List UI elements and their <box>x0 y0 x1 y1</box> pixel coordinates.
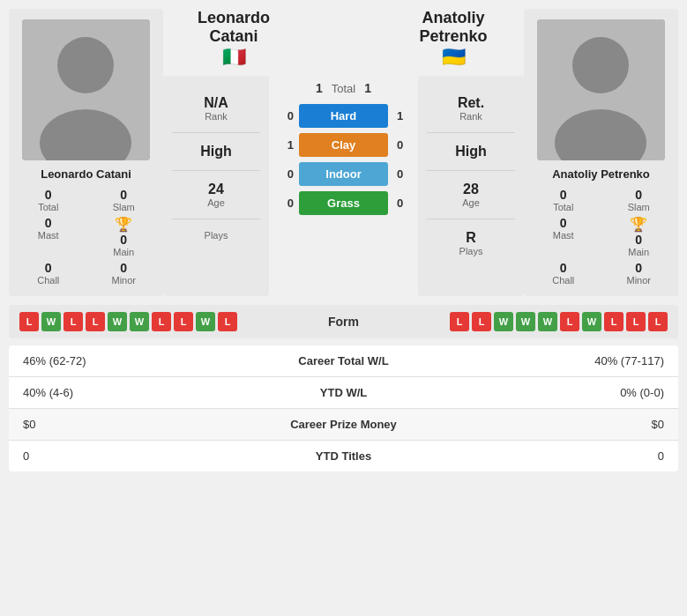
form-badge: L <box>218 312 237 331</box>
prize-row: $0 Career Prize Money $0 <box>9 409 678 441</box>
trophy1-icon: 🏆 <box>115 216 132 233</box>
player2-slam: 0 Slam <box>607 188 672 212</box>
titles-label: YTD Titles <box>236 449 450 463</box>
hard-button[interactable]: Hard <box>299 104 388 128</box>
ytd-wl-row: 40% (4-6) YTD W/L 0% (0-0) <box>9 377 678 409</box>
player2-trophy: 🏆 0 Main <box>607 216 672 257</box>
player2-name-top: Anatoliy Petrenko 🇺🇦 <box>392 9 515 69</box>
hard-row: 0 Hard 1 <box>276 104 411 128</box>
player2-age-box: 28 Age <box>427 171 515 219</box>
ytd-label: YTD W/L <box>236 386 450 399</box>
player1-age-box: 24 Age <box>172 171 260 219</box>
form-badge: W <box>108 312 127 331</box>
stats-table: 46% (62-72) Career Total W/L 40% (77-117… <box>9 345 678 471</box>
player1-trophy: 🏆 0 Main <box>92 216 157 257</box>
form-badge: L <box>152 312 171 331</box>
player1-mast: 0 Mast <box>16 216 81 257</box>
prize-label: Career Prize Money <box>236 418 450 431</box>
player2-form-badges: LLWWWLWLLL <box>450 312 668 331</box>
player1-name-top: Leonardo Catani 🇮🇹 <box>172 9 295 69</box>
form-label: Form <box>328 315 359 329</box>
form-badge: L <box>604 312 624 331</box>
player1-name: Leonardo Catani <box>41 167 131 181</box>
player2-high-box: High <box>427 133 515 171</box>
player1-chall: 0 Chall <box>16 261 81 286</box>
form-badge: L <box>450 312 469 331</box>
player1-career-wl: 46% (62-72) <box>23 354 236 367</box>
player2-flag: 🇺🇦 <box>392 46 515 69</box>
form-badge: L <box>174 312 193 331</box>
form-badge: W <box>130 312 149 331</box>
player2-prize: $0 <box>451 418 664 431</box>
player2-mini-stats: Ret. Rank High 28 Age R Plays <box>418 76 524 296</box>
indoor-row: 0 Indoor 0 <box>276 162 411 186</box>
player1-flag: 🇮🇹 <box>172 46 295 69</box>
player1-slam: 0 Slam <box>92 188 157 212</box>
surface-section: N/A Rank High 24 Age Plays <box>163 76 524 296</box>
form-badge: W <box>41 312 61 331</box>
form-badge: W <box>196 312 215 331</box>
player2-mast: 0 Mast <box>531 216 596 257</box>
main-container: Leonardo Catani 0 Total 0 Slam 0 Mast 🏆 … <box>0 0 687 480</box>
player2-minor: 0 Minor <box>607 261 672 286</box>
form-badge: L <box>560 312 579 331</box>
player1-plays-box: Plays <box>172 219 260 251</box>
player1-card: Leonardo Catani 0 Total 0 Slam 0 Mast 🏆 … <box>9 9 163 296</box>
player2-titles: 0 <box>451 449 664 463</box>
player1-mini-stats: N/A Rank High 24 Age Plays <box>163 76 269 296</box>
player1-stats: 0 Total 0 Slam 0 Mast 🏆 0 Main 0 <box>16 188 156 286</box>
total-row: 1 Total 1 <box>276 76 411 104</box>
player1-high-box: High <box>172 133 260 171</box>
svg-point-4 <box>572 37 629 93</box>
player2-stats: 0 Total 0 Slam 0 Mast 🏆 0 Main 0 <box>531 188 671 286</box>
player2-plays-box: R Plays <box>427 219 515 267</box>
trophy2-icon: 🏆 <box>630 216 647 233</box>
form-badge: L <box>626 312 646 331</box>
player2-ytd-wl: 0% (0-0) <box>451 386 664 399</box>
form-badge: W <box>538 312 557 331</box>
form-badge: L <box>86 312 105 331</box>
svg-point-1 <box>57 37 114 93</box>
player1-rank-box: N/A Rank <box>172 85 260 133</box>
form-badge: L <box>472 312 491 331</box>
grass-row: 0 Grass 0 <box>276 191 411 215</box>
player1-avatar <box>22 19 150 160</box>
players-section: Leonardo Catani 0 Total 0 Slam 0 Mast 🏆 … <box>9 9 678 296</box>
player2-career-wl: 40% (77-117) <box>451 354 664 367</box>
player2-name: Anatoliy Petrenko <box>552 167 650 181</box>
player1-minor: 0 Minor <box>92 261 157 286</box>
form-badge: W <box>582 312 601 331</box>
player2-total: 0 Total <box>531 188 596 212</box>
player1-titles: 0 <box>23 449 236 463</box>
surfaces-column: 1 Total 1 0 Hard 1 1 Clay 0 <box>276 76 411 296</box>
middle-section: Leonardo Catani 🇮🇹 Anatoliy Petrenko 🇺🇦 … <box>163 9 524 296</box>
form-section: LWLLWWLLWL Form LLWWWLWLLL <box>9 305 678 338</box>
career-wl-row: 46% (62-72) Career Total W/L 40% (77-117… <box>9 345 678 377</box>
form-badge: W <box>516 312 535 331</box>
clay-button[interactable]: Clay <box>299 133 388 157</box>
player1-ytd-wl: 40% (4-6) <box>23 386 236 399</box>
titles-row: 0 YTD Titles 0 <box>9 441 678 471</box>
form-badge: L <box>648 312 668 331</box>
player2-rank-box: Ret. Rank <box>427 85 515 133</box>
player1-total: 0 Total <box>16 188 81 212</box>
player2-avatar <box>537 19 665 160</box>
clay-row: 1 Clay 0 <box>276 133 411 157</box>
form-badge: L <box>63 312 83 331</box>
form-badge: L <box>19 312 39 331</box>
grass-button[interactable]: Grass <box>299 191 388 215</box>
indoor-button[interactable]: Indoor <box>299 162 388 186</box>
player2-card: Anatoliy Petrenko 0 Total 0 Slam 0 Mast … <box>524 9 678 296</box>
player1-prize: $0 <box>23 418 236 431</box>
form-badge: W <box>494 312 513 331</box>
player1-form-badges: LWLLWWLLWL <box>19 312 237 331</box>
top-names: Leonardo Catani 🇮🇹 Anatoliy Petrenko 🇺🇦 <box>163 9 524 69</box>
player2-chall: 0 Chall <box>531 261 596 286</box>
career-label: Career Total W/L <box>236 354 450 367</box>
